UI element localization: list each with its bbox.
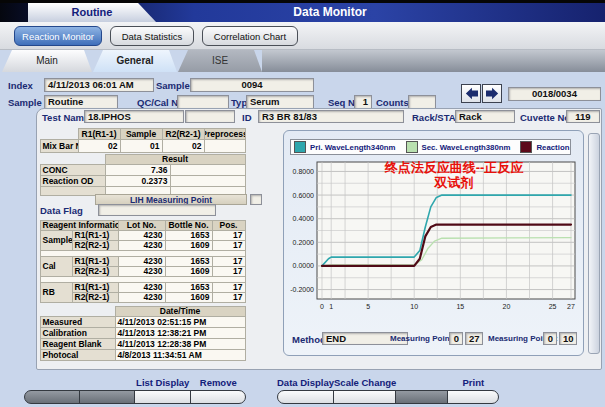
- mixbar-cell: [204, 139, 246, 153]
- list-display-button[interactable]: [134, 390, 191, 404]
- method-label: Method: [292, 334, 326, 345]
- measuring-point-1-b: 27: [465, 332, 483, 345]
- legend-label: Reaction: [536, 143, 569, 152]
- svg-text:0: 0: [320, 303, 324, 310]
- scale-change-label: Scale Change: [334, 376, 396, 390]
- test-name-extra: [185, 110, 235, 123]
- mixbar-row-label: Mix Bar No.: [40, 139, 79, 153]
- id-label: ID: [242, 112, 252, 123]
- svg-text:20: 20: [503, 303, 511, 310]
- id-value: R3 BR 81/83: [258, 110, 404, 123]
- correlation-chart-button[interactable]: Correlation Chart: [202, 26, 298, 46]
- svg-text:25: 25: [549, 303, 557, 310]
- tab-ise[interactable]: ISE: [178, 50, 262, 72]
- print-label: Print: [448, 376, 499, 390]
- mix-bar-table: R1(R1-1) Sample R2(R2-1) Preprocess Mix …: [40, 128, 245, 152]
- mixbar-cell: 02: [78, 139, 121, 153]
- inactive-button: [79, 390, 136, 404]
- left-button-group: List Display Remove: [24, 376, 246, 406]
- datetime-table: Date/Time Measured 4/11/2013 02:51:15 PM…: [40, 306, 245, 360]
- legend-label: Sec. WaveLength380nm: [422, 143, 511, 152]
- data-monitor-window: Routine Data Monitor Reaction Monitor Da…: [0, 0, 605, 407]
- inactive-button: [24, 390, 80, 404]
- tab-main[interactable]: Main: [2, 50, 92, 72]
- reaction-chart-panel: Pri. WaveLength340nm Sec. WaveLength380n…: [283, 130, 584, 356]
- measuring-point-1-a: 0: [449, 332, 463, 345]
- index-label: Index: [8, 80, 33, 91]
- rack-stat-value: Rack: [455, 110, 515, 123]
- svg-text:0.6000: 0.6000: [293, 192, 315, 199]
- pager-counter: 0018/0034: [508, 87, 601, 101]
- right-button-group: Data Display Scale Change Print: [277, 376, 499, 406]
- rack-stat-label: Rack/STAT: [412, 112, 461, 123]
- measuring-point-2-b: 10: [559, 332, 577, 345]
- reaction-monitor-button[interactable]: Reaction Monitor: [14, 26, 102, 46]
- list-display-label: List Display: [135, 376, 191, 390]
- tab-bar: Main General ISE: [0, 50, 605, 72]
- reaction-curve-chart: 0.80000.60000.40000.20000.0000-0.2000015…: [285, 159, 583, 319]
- reagent-info-table: Reagent Information Lot No. Bottle No. P…: [40, 220, 245, 302]
- sample-no-value: 0094: [190, 78, 314, 92]
- arrow-right-icon: [485, 87, 500, 100]
- remove-button[interactable]: [190, 390, 247, 404]
- sample-kind-value: Routine: [44, 95, 118, 109]
- counts-value: [408, 95, 436, 109]
- svg-text:0.4000: 0.4000: [293, 215, 315, 222]
- data-display-button[interactable]: [277, 390, 334, 404]
- tab-general[interactable]: General: [93, 50, 177, 72]
- svg-text:15: 15: [456, 303, 464, 310]
- print-button[interactable]: [447, 390, 499, 404]
- svg-text:27: 27: [567, 303, 575, 310]
- svg-text:0.8000: 0.8000: [293, 168, 315, 175]
- cuvette-no-value: 119: [566, 110, 600, 123]
- tab-filler: [262, 50, 605, 72]
- legend-swatch-sec: [406, 141, 418, 153]
- page-title: Data Monitor: [160, 5, 500, 19]
- button-label: [24, 376, 80, 390]
- scale-change-button[interactable]: [333, 390, 396, 404]
- seq-no-value: 1: [354, 95, 372, 109]
- lih-flag-box: [250, 194, 262, 205]
- data-flag-value: [98, 204, 216, 216]
- reagent-group-label: RB: [40, 282, 73, 303]
- mixbar-cell: 02: [162, 139, 205, 153]
- svg-text:10: 10: [410, 303, 418, 310]
- index-value: 4/11/2013 06:01 AM: [44, 78, 154, 92]
- svg-text:-0.2000: -0.2000: [290, 286, 314, 293]
- bottle-cell: 1609: [165, 292, 213, 303]
- reagent-name: R2(R2-1): [72, 292, 119, 303]
- inactive-button: [395, 390, 447, 404]
- test-name-value: 18.IPHOS: [84, 110, 184, 123]
- svg-text:1: 1: [329, 303, 333, 310]
- side-scroll-strip[interactable]: [588, 133, 600, 354]
- counts-label: Counts: [376, 97, 409, 108]
- mixbar-cell: 01: [120, 139, 163, 153]
- test-name-label: Test Name: [42, 112, 89, 123]
- next-sample-button[interactable]: [482, 84, 502, 103]
- arrow-left-icon: [464, 87, 479, 100]
- legend-label: Pri. WaveLength340nm: [310, 143, 396, 152]
- data-statistics-button[interactable]: Data Statistics: [110, 26, 194, 46]
- title-bar: Routine Data Monitor: [0, 0, 605, 22]
- lot-cell: 4230: [118, 292, 166, 303]
- measuring-point-2-a: 0: [543, 332, 557, 345]
- result-table: Result CONC 7.36 Reaction OD 0.2373: [40, 154, 245, 195]
- data-display-label: Data Display: [277, 376, 334, 390]
- cuvette-no-label: Cuvette No.: [520, 112, 573, 123]
- qc-cal-no-value: [177, 95, 229, 109]
- datetime-value: 4/8/2013 11:34:51 AM: [115, 349, 246, 361]
- type-value: Serum: [246, 95, 314, 109]
- data-flag-label: Data Flag: [40, 205, 83, 216]
- mode-tab-routine[interactable]: Routine: [28, 3, 156, 22]
- reagent-group-label: Cal: [40, 256, 73, 277]
- remove-label: Remove: [191, 376, 247, 390]
- svg-text:0.0000: 0.0000: [293, 262, 315, 269]
- button-label: [80, 376, 136, 390]
- pos-cell: 17: [212, 292, 246, 303]
- prev-sample-button[interactable]: [461, 84, 481, 103]
- datetime-row-label: Photocal: [40, 349, 116, 361]
- legend-swatch-reaction: [520, 141, 532, 153]
- reagent-group-label: Sample: [40, 230, 73, 251]
- svg-text:0.2000: 0.2000: [293, 239, 315, 246]
- toolbar: Reaction Monitor Data Statistics Correla…: [0, 22, 605, 50]
